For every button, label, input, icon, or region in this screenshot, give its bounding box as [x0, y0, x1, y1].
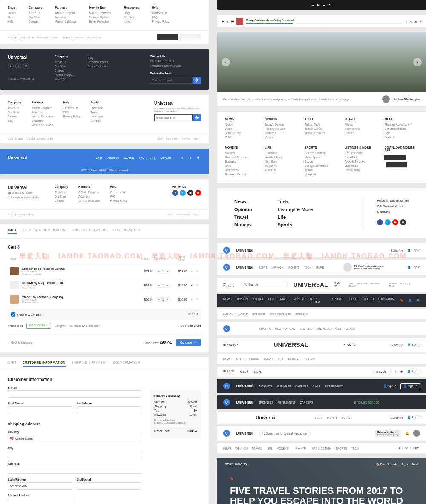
footer-link[interactable]: Delivery Options: [88, 60, 108, 63]
footer-link[interactable]: Tennis: [305, 169, 339, 172]
footer-link[interactable]: Privacy Policy: [110, 199, 127, 202]
email-input[interactable]: [8, 390, 141, 398]
remove-icon[interactable]: ✕: [196, 298, 199, 301]
footer-link[interactable]: Advertise: [78, 195, 100, 198]
footer-link[interactable]: Contacts Us: [63, 106, 80, 109]
nav-item[interactable]: Feed: [315, 416, 322, 419]
footer-link[interactable]: Voleyball: [305, 173, 339, 176]
nav-item[interactable]: PEOPLE: [348, 298, 359, 304]
nav-item[interactable]: OPINION: [272, 266, 283, 269]
nav-item[interactable]: MORE: [316, 266, 324, 269]
search-icon[interactable]: 🔍: [416, 299, 420, 302]
footer-link[interactable]: Contacts Us: [152, 11, 169, 14]
facebook-icon[interactable]: f: [377, 219, 383, 225]
volume-icon[interactable]: 🔊: [414, 20, 417, 23]
instagram-icon[interactable]: ◉: [187, 190, 193, 196]
prev-icon[interactable]: ⏮: [222, 20, 224, 23]
subscribe-promo[interactable]: Subscribe Nowand read us every day: [375, 430, 401, 437]
zip-input[interactable]: [77, 482, 141, 490]
footer-link[interactable]: Policing the USA: [265, 127, 299, 130]
instagram-icon[interactable]: ◉: [400, 370, 403, 373]
footer-link[interactable]: Today's Debate: [265, 123, 299, 126]
hero-next[interactable]: Next: [412, 463, 418, 466]
nav-item[interactable]: TRAVEL: [263, 358, 274, 361]
appstore-badge[interactable]: [384, 155, 406, 160]
nav-item[interactable]: SOLAR ECLIPSE: [269, 313, 291, 316]
next-icon[interactable]: ⏭: [231, 20, 234, 23]
nav-left[interactable]: ☰ $ 1.20: [223, 370, 234, 373]
footer-link[interactable]: Magazine: [265, 164, 299, 167]
nav-item[interactable]: OPINION: [236, 447, 248, 450]
footer-link[interactable]: Vendor Database: [32, 115, 53, 118]
footer-link[interactable]: Vendor Database: [32, 123, 53, 126]
prev-arrow[interactable]: ‹: [222, 58, 230, 66]
repeat-icon[interactable]: ↻: [410, 20, 412, 23]
heart-icon[interactable]: ♥: [420, 20, 422, 23]
playstore-badge[interactable]: [386, 162, 407, 168]
footer-link[interactable]: About Us: [55, 191, 68, 194]
footer-link[interactable]: FAQ: [110, 195, 127, 198]
nav-link[interactable]: Blog: [150, 156, 155, 159]
footer-link[interactable]: Linkedin: [91, 119, 103, 122]
firstname-input[interactable]: [8, 406, 72, 413]
footer-link[interactable]: Careers: [55, 199, 68, 202]
nav-item[interactable]: Destinations: [275, 327, 296, 330]
checkout-tab[interactable]: CONFORMATION: [113, 361, 140, 367]
nav-item[interactable]: TECH: [351, 447, 359, 450]
footer-link[interactable]: Blog: [8, 119, 21, 122]
footer-link[interactable]: My Page: [124, 16, 139, 19]
nav-item[interactable]: HEALTH: [363, 298, 374, 304]
checkout-tab[interactable]: CUSTOMER INFORMATION: [23, 229, 65, 234]
footer-link[interactable]: Markets: [225, 152, 259, 155]
nav-item[interactable]: EDUCATION: [378, 298, 394, 304]
remove-icon[interactable]: ✕: [196, 269, 199, 273]
footer-link[interactable]: Our Store: [55, 195, 68, 198]
avatar[interactable]: [413, 430, 420, 437]
footer-link[interactable]: Kids: [8, 20, 16, 23]
footer-link[interactable]: Our Store: [8, 111, 21, 114]
facebook-icon[interactable]: f: [180, 155, 186, 160]
footer-link[interactable]: Twitter: [91, 111, 103, 114]
checkout-tab[interactable]: SHIPPING & PAYMENT: [72, 229, 107, 234]
forward-icon[interactable]: ⏭: [323, 4, 326, 7]
nav-item[interactable]: NEWS: [223, 358, 232, 361]
footer-link[interactable]: About Us: [29, 11, 42, 14]
footer-link[interactable]: Voices: [265, 136, 299, 139]
footer-link[interactable]: Business Central: [225, 173, 259, 176]
remove-icon[interactable]: ✕: [196, 284, 199, 287]
footer-link[interactable]: Flights: [345, 123, 379, 126]
facebook-icon[interactable]: f: [172, 190, 178, 196]
nav-item[interactable]: TRAVEL: [252, 447, 262, 450]
facebook-icon[interactable]: f: [8, 63, 14, 69]
footer-link[interactable]: Business: [225, 160, 259, 163]
footer-link[interactable]: Soccer: [305, 160, 339, 163]
instagram-icon[interactable]: ◉: [23, 63, 29, 69]
footer-link[interactable]: Tech Columnists: [305, 132, 339, 135]
quick-link[interactable]: Life: [278, 215, 313, 220]
nav-item[interactable]: Flights: [259, 327, 271, 330]
footer-link[interactable]: Multimedia: [345, 164, 379, 167]
footer-link[interactable]: Database: [32, 119, 53, 122]
back-link[interactable]: ← Back to shopping: [8, 341, 32, 344]
progress-bar[interactable]: [246, 23, 293, 24]
footer-link[interactable]: Buyer Protection: [89, 20, 111, 23]
nav-link[interactable]: About Us: [107, 156, 119, 159]
footer-link[interactable]: Contacts Us: [110, 191, 127, 194]
footer-link[interactable]: Ladies: [8, 11, 16, 14]
nav-item[interactable]: CAREERS: [300, 401, 313, 404]
city-input[interactable]: [8, 451, 141, 458]
footer-link[interactable]: Cars: [225, 164, 259, 167]
footer-link[interactable]: Contacts: [384, 136, 418, 139]
nav-item[interactable]: BUSINESS: [277, 385, 291, 388]
nav-item[interactable]: ARTS: [236, 358, 243, 361]
nav-item[interactable]: CARS: [313, 385, 320, 388]
country-select[interactable]: 🇺🇸 United States: [8, 435, 141, 442]
logo[interactable]: U: [223, 247, 230, 254]
nav-item[interactable]: NEWS: [259, 266, 268, 269]
footer-link[interactable]: Motor Sports: [305, 156, 339, 159]
footer-link[interactable]: Help: [384, 132, 418, 135]
quick-link[interactable]: Opinion: [234, 207, 252, 212]
footer-link[interactable]: Photography: [345, 169, 379, 172]
footer-link[interactable]: Place an Advertisment: [384, 123, 418, 126]
nav-item[interactable]: NATION: [223, 313, 233, 316]
